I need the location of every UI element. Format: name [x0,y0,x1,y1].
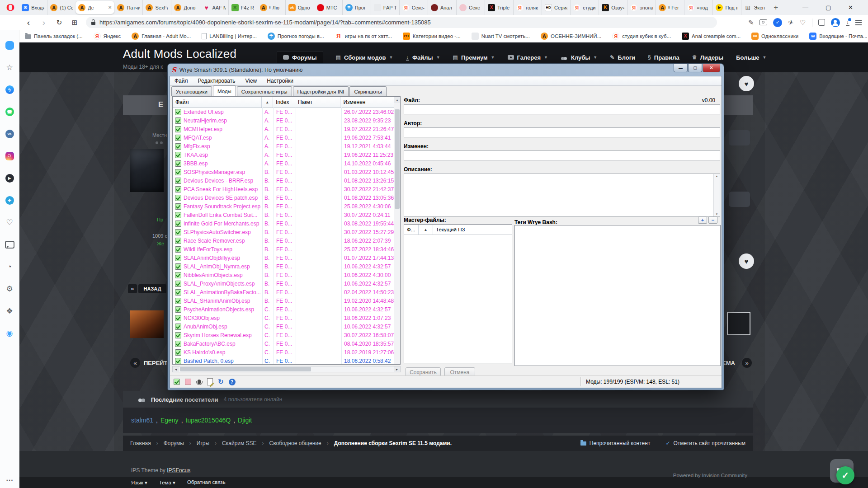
mod-checkbox[interactable] [173,349,184,356]
file-input[interactable] [404,104,720,114]
nav-item-Галерея[interactable]: Галерея▼ [508,54,548,61]
browser-tab[interactable]: AIIFer [656,0,684,15]
table-row[interactable]: AnubAnimObj.espC.FE 0...10.06.2022 4:32:… [173,322,394,331]
table-row[interactable]: SLAL_AnimObj_Nymra.espB.FE 0...10.06.202… [173,262,394,271]
refresh-icon[interactable]: ↻ [218,378,224,386]
mic-icon[interactable] [198,380,201,384]
help-icon[interactable]: ? [229,379,236,385]
mod-checkbox[interactable] [173,332,184,338]
mod-checkbox[interactable] [173,186,184,192]
browser-tab[interactable]: Ястуди [570,0,599,15]
table-row[interactable]: WildLifeForToys.espB.FE 0...25.07.2022 1… [173,245,394,253]
table-row[interactable]: Race Scale Remover.espB.FE 0...18.06.202… [173,236,394,245]
tab-Установщики[interactable]: Установщики [171,86,212,96]
sidebar-instagram-icon[interactable] [0,145,19,167]
mod-checkbox[interactable] [173,126,184,132]
mod-checkbox[interactable] [173,152,184,158]
tab-Моды[interactable]: Моды [213,85,236,96]
browser-minimize-button[interactable]: — [802,4,808,11]
bookmark-item[interactable]: okОдноклассники [751,33,798,40]
breadcrumb-item[interactable]: Игры [197,440,209,446]
bookmark-item[interactable]: Nuart TV смотреть... [472,33,530,40]
table-row[interactable]: Devious Devices SE patch.espB.FE 0...01.… [173,193,394,202]
bookmark-item[interactable]: ЯЯндекс [94,33,121,40]
table-row[interactable]: FallenDoll Erika Combat Suit...B.FE 0...… [173,211,394,219]
mod-checkbox[interactable] [173,212,184,218]
send-to-device-icon[interactable]: ✈ [787,18,795,27]
browser-tab[interactable]: XTriple [485,0,513,15]
tag-add-button[interactable]: + [698,216,707,224]
browser-close-button[interactable]: ✕ [848,4,853,11]
mod-checkbox[interactable] [173,246,184,253]
table-row[interactable]: Devious Devices - BRRF.espB.FE 0...01.08… [173,176,394,185]
browser-tab[interactable]: A(1) Се [47,0,75,15]
master-files-list[interactable]: Ф... ▲ Текущий ПЗ [404,224,512,363]
sidebar-messenger-icon[interactable]: ϟ [0,79,19,101]
menu-View[interactable]: View [245,78,257,84]
tab-Сохраненные игры[interactable]: Сохраненные игры [237,86,292,96]
browser-maximize-button[interactable]: ▢ [826,4,831,11]
browser-tab[interactable]: ✉Входя [19,0,47,15]
horizontal-scrollbar[interactable]: ◄ ► [172,366,401,372]
url-text[interactable]: https://amlgames.com/forums/topic/4090-d… [99,19,431,26]
profile-link-fragment[interactable]: Пр [157,217,163,222]
bookmark-item[interactable]: ✉Входящие - Почта... [809,33,867,40]
table-row[interactable]: SLAL_ProxyAnimObjects.espB.FE 0...10.06.… [173,279,394,288]
mod-checkbox[interactable] [173,281,184,287]
browser-tab[interactable]: МТС [314,0,342,15]
mods-table-header[interactable]: Файл ▲ Index Пакет Изменен [173,97,394,108]
sidebar-vk-icon[interactable]: VK [0,123,19,145]
visitor-link[interactable]: Egeny [160,417,179,424]
nav-item-Клубы[interactable]: Клубы▼ [561,54,597,61]
bookmark-item[interactable]: Панель закладок (... [25,33,83,39]
next-topic-chevron[interactable]: » [742,358,752,368]
menu-Редактировать[interactable]: Редактировать [198,78,236,84]
browser-tab[interactable]: ♥AAF M [200,0,228,15]
mod-checkbox[interactable] [173,195,184,201]
window-close-button[interactable]: ✕ [703,64,720,72]
textarea-scrollbar[interactable]: ▲▼ [713,174,720,216]
breadcrumb-item[interactable]: Главная [130,440,151,446]
nav-item-Файлы[interactable]: ↓Файлы▼ [406,54,440,61]
breadcrumb-item[interactable]: Свободное общение [269,440,321,446]
column-package[interactable]: Пакет [295,97,341,108]
mod-checkbox[interactable] [173,229,184,235]
sidebar-player-icon[interactable]: ▶ [0,167,19,189]
forward-button[interactable]: › [36,18,52,28]
bookmark-item[interactable]: LANBilling | Интер... [202,33,257,39]
browser-tab[interactable]: Яэнола [627,0,656,15]
mods-check-icon[interactable] [174,379,180,385]
mod-checkbox[interactable] [173,135,184,141]
sidebar-telegram-icon[interactable]: ✈ [0,189,19,211]
prev-topic-chevron[interactable]: « [130,358,140,368]
speed-dial-button[interactable]: ⊞ [67,19,82,27]
mod-checkbox[interactable] [173,272,184,278]
post-control-f ragment[interactable] [729,192,750,207]
doc-edit-icon[interactable] [207,378,213,385]
back-chevron-button[interactable]: « [128,284,137,293]
window-maximize-button[interactable]: ▢ [688,64,702,72]
scroll-right-button[interactable]: ► [394,366,400,372]
lock-icon[interactable] [91,22,95,25]
mod-checkbox[interactable] [173,255,184,261]
browser-tab[interactable]: ⊞Эксп [741,0,769,15]
sidebar-whatsapp-icon[interactable]: ☎ [0,101,19,123]
author-input[interactable] [404,127,720,137]
browser-tab[interactable]: Анал [428,0,456,15]
browser-tab[interactable]: AПатчи [114,0,142,15]
master-column-file[interactable]: Ф... [404,225,419,235]
action-check[interactable]: ✓Отметить сайт прочитанным [665,440,745,446]
table-row[interactable]: NibblesAnimObjects.espB.FE 0...10.06.202… [173,271,394,279]
breadcrumb-item[interactable]: Скайрим SSE [222,440,257,446]
bookmark-heart-icon[interactable]: ♡ [800,19,806,27]
menu-Файл[interactable]: Файл [175,78,188,84]
bookmark-item[interactable]: AГлавная - Adult Mo... [132,33,191,40]
reload-button[interactable]: ↻ [52,19,67,27]
nav-item-Форумы[interactable]: Форумы [277,51,323,64]
table-row[interactable]: SLPhysicsAutoSwitcher.espB.FE 0...30.07.… [173,228,394,236]
browser-tab[interactable]: Я«под [684,0,712,15]
visitor-link[interactable]: Djigit [238,417,252,424]
table-row[interactable]: Infinite Gold For Merchants.espB.FE 0...… [173,219,394,228]
table-row[interactable]: 3BBB.espA.FE 0...14.10.2022 0:45:46 [173,159,394,168]
tag-remove-button[interactable]: − [708,216,717,224]
